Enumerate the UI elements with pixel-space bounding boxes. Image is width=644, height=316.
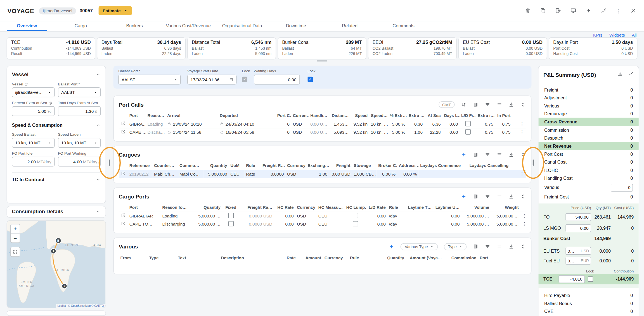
various-type-dropdown[interactable]: Various Type: [401, 243, 438, 250]
cell-currency[interactable]: USD: [285, 170, 306, 178]
cell-commodity[interactable]: Mabl Co…: [178, 170, 203, 178]
download-icon[interactable]: [508, 152, 514, 158]
cell-port[interactable]: GIBRA…: [128, 120, 146, 128]
tab-overview[interactable]: Overview: [0, 21, 54, 31]
col-arrival[interactable]: Arrival: [165, 112, 218, 120]
cell-arrival[interactable]: 15/04/24 11:58: [165, 128, 218, 136]
cell-extra-idle[interactable]: 0.75: [476, 120, 495, 128]
col-commission[interactable]: Commission: [444, 253, 478, 262]
cell-broker[interactable]: 0.00 %: [377, 170, 397, 178]
cell-quantity[interactable]: 5,000.00 …: [193, 212, 222, 220]
col-laydays-cancelling[interactable]: Laydays Cancelling: [468, 162, 517, 170]
cell-at-sea[interactable]: 22.28: [424, 128, 442, 136]
col-rate[interactable]: Rate: [273, 253, 297, 262]
col-reference[interactable]: Reference: [128, 162, 152, 170]
add-various-button[interactable]: [389, 244, 395, 250]
all-link[interactable]: All: [632, 32, 636, 37]
filter-icon[interactable]: [485, 152, 491, 158]
cell-in-port[interactable]: 0.75: [495, 128, 512, 136]
add-cargo-port-button[interactable]: [461, 194, 467, 200]
trash-icon[interactable]: [524, 7, 531, 14]
col-extra[interactable]: Extra …: [407, 112, 424, 120]
external-link-icon[interactable]: [24, 82, 28, 86]
more-icon[interactable]: ⋮: [616, 8, 622, 14]
col-address[interactable]: Address …: [397, 162, 418, 170]
filter-icon[interactable]: [485, 244, 491, 250]
sort-icon[interactable]: [461, 102, 467, 107]
col-currency[interactable]: Currency: [323, 253, 348, 262]
download-icon[interactable]: [508, 194, 514, 200]
cell-handling[interactable]: 0.00 U…: [309, 128, 329, 136]
start-date-lock-checkbox[interactable]: [242, 77, 247, 82]
lock-icon[interactable]: [220, 122, 224, 126]
col-hc-lumpsum[interactable]: HC Lump…: [345, 204, 366, 212]
open-row-icon[interactable]: [121, 129, 126, 134]
cell-stowage[interactable]: 1.000 CB…: [352, 170, 377, 178]
tab-related[interactable]: Related: [323, 21, 377, 31]
columns-icon[interactable]: [473, 194, 479, 200]
col-commodity[interactable]: Commo…: [178, 162, 203, 170]
col-port[interactable]: Port: [128, 112, 146, 120]
tab-cargo[interactable]: Cargo: [54, 21, 107, 31]
cell-distance[interactable]: 5,093…: [329, 128, 350, 136]
ld-finished-checkbox[interactable]: [465, 129, 470, 134]
col-departed[interactable]: Departed: [218, 112, 276, 120]
cell-laytime-terms[interactable]: [406, 220, 433, 228]
voyage-map[interactable]: EUROPE ASIA AFRICA SOUTH AMERICA B 1 2: [7, 220, 106, 308]
fo-price-input[interactable]: 540.00: [565, 213, 591, 221]
chevron-down-icon[interactable]: [96, 177, 101, 182]
col-freight[interactable]: Freight: [329, 162, 352, 170]
col-rule[interactable]: Rule: [348, 253, 374, 262]
open-row-icon[interactable]: [121, 121, 126, 126]
cell-rule[interactable]: /day: [387, 212, 406, 220]
bar-chart-icon[interactable]: [617, 71, 623, 78]
col-pct-extra[interactable]: % Extr…: [388, 112, 407, 120]
col-text[interactable]: Text: [176, 253, 219, 262]
col-distance[interactable]: Distan…: [329, 112, 350, 120]
col-counterparty[interactable]: Counter…: [152, 162, 178, 170]
col-weight[interactable]: Weight: [491, 204, 520, 212]
ld-finished-checkbox[interactable]: [465, 121, 470, 126]
speed-laden-select[interactable]: 10 kn, 10 MT…: [58, 138, 101, 148]
col-laytime-used[interactable]: Laytime U…: [433, 204, 461, 212]
cell-currency[interactable]: USD: [291, 128, 309, 136]
cell-port[interactable]: CAPE …: [128, 128, 146, 136]
zoom-out-button[interactable]: −: [11, 233, 20, 242]
col-port[interactable]: Port: [128, 204, 161, 212]
cell-rule[interactable]: Rate: [244, 170, 261, 178]
collapse-icon[interactable]: [600, 7, 607, 14]
col-freight-rate[interactable]: Freight R…: [261, 162, 285, 170]
fo-port-working-input[interactable]: 4.00MT/day: [58, 157, 101, 166]
columns-icon[interactable]: [473, 244, 479, 250]
row-density-icon[interactable]: [496, 244, 502, 250]
col-reason[interactable]: Reaso…: [146, 112, 166, 120]
lock-icon[interactable]: [220, 130, 224, 134]
cell-hc-rate[interactable]: 0.00: [274, 220, 295, 228]
row-menu-icon[interactable]: ⋮: [517, 170, 526, 178]
cell-arrival[interactable]: 23/03/24 10:10: [165, 120, 218, 128]
row-menu-icon[interactable]: ⋮: [520, 212, 526, 220]
map-marker-2[interactable]: 2: [62, 284, 67, 289]
fo-port-idle-input[interactable]: 2.00MT/day: [12, 157, 55, 166]
right-splitter-handle[interactable]: [533, 160, 534, 166]
col-currency[interactable]: Currency: [285, 162, 306, 170]
col-fixed[interactable]: Fixed: [222, 204, 240, 212]
lock-icon[interactable]: [167, 122, 171, 126]
info-icon[interactable]: [48, 101, 52, 105]
widgets-link[interactable]: Widgets: [609, 32, 625, 37]
cell-speed-target[interactable]: 10 kn, …: [369, 120, 388, 128]
cell-quantity[interactable]: 5,000.000: [203, 170, 229, 178]
map-attribution[interactable]: Leaflet | © OpenStreetMap © CARTO: [56, 304, 106, 307]
export-icon[interactable]: [555, 7, 562, 14]
cell-pct-extra[interactable]: 5.00 %: [388, 120, 407, 128]
cell-at-sea[interactable]: 6.36: [424, 120, 442, 128]
cell-laydays-cancelling[interactable]: [468, 170, 517, 178]
cell-reference[interactable]: 20190212: [128, 170, 152, 178]
col-reason[interactable]: Reason fo…: [161, 204, 193, 212]
cell-currency[interactable]: USD: [295, 212, 316, 220]
hc-lumpsum-checkbox[interactable]: [352, 213, 358, 218]
row-menu-icon[interactable]: ⋮: [520, 220, 526, 228]
cell-ld-rate[interactable]: 0.00: [366, 220, 387, 228]
cell-port-cost[interactable]: 0: [276, 120, 291, 128]
cell-hc-rate[interactable]: 0.00: [274, 212, 295, 220]
